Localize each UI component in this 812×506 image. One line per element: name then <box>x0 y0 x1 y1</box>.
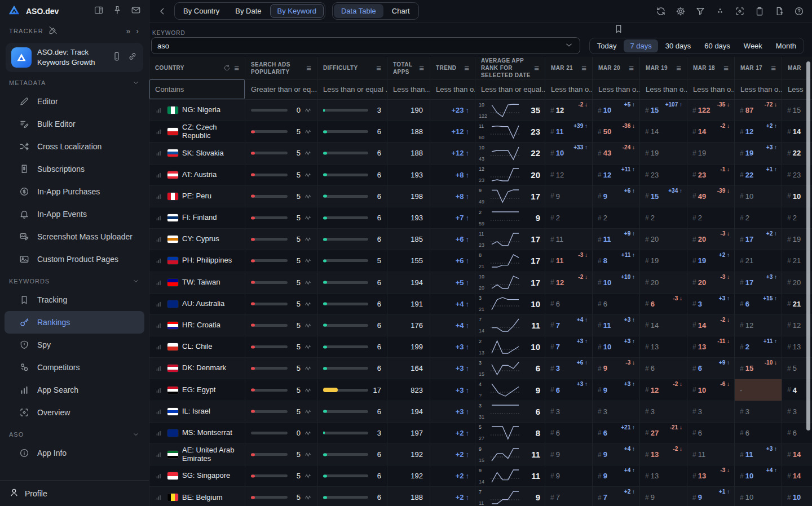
filter-popularity[interactable]: Greater than or eq... <box>245 79 317 99</box>
table-row[interactable]: AE: United Arab Emirates56192+2↑91511#9#… <box>149 444 812 465</box>
section-header-keywords[interactable]: KEYWORDS <box>0 270 149 288</box>
refresh-button[interactable] <box>656 6 666 16</box>
sidebar-item-in-app-events[interactable]: In-App Events <box>5 203 144 225</box>
column-header-mar19[interactable]: MAR 19≡ <box>640 57 687 79</box>
table-row[interactable]: IL: Israel56194+3↑3316#3#3#3#3#3#3 <box>149 401 812 423</box>
table-row[interactable]: DK: Denmark56164+3↑3156#3+6 ↑#9-3 ↓#6#6+… <box>149 358 812 379</box>
tab-by-date[interactable]: By Date <box>228 4 268 18</box>
filter-button[interactable] <box>695 6 705 16</box>
column-header-mar20[interactable]: MAR 20≡ <box>593 57 640 79</box>
filter-mar20[interactable]: Less than o... <box>593 79 640 99</box>
range-7-days[interactable]: 7 days <box>624 39 657 52</box>
table-row[interactable]: TW: Taiwan56194+5↑102017#12-2 ↓#10+10 ↑#… <box>149 272 812 294</box>
tab-data-table[interactable]: Data Table <box>334 4 383 18</box>
table-row[interactable]: SG: Singapore56192+2↑91411#9#9+4 ↑#13#13… <box>149 465 812 487</box>
sidebar-item-subscriptions[interactable]: Subscriptions <box>5 158 144 180</box>
sidebar-item-in-app-purchases[interactable]: In-App Purchases <box>5 180 144 203</box>
filter-trend[interactable]: Less than o... <box>430 79 475 99</box>
profile-button[interactable]: Profile <box>0 480 149 506</box>
table-row[interactable]: PH: Philippines55155+6↑82117#11-3 ↓#8+11… <box>149 250 812 272</box>
range-week[interactable]: Week <box>738 39 769 52</box>
tab-by-keyword[interactable]: By Keyword <box>270 4 324 18</box>
sidebar-item-tracking[interactable]: Tracking <box>5 288 144 311</box>
column-menu-icon[interactable]: ≡ <box>419 64 424 72</box>
table-row[interactable]: AU: Australia56191+4↑32110#6#6#6-3 ↓#3+3… <box>149 294 812 315</box>
sidebar-item-screenshot-mass-uploader[interactable]: Screenshot Mass Uploader <box>5 225 144 248</box>
column-header-difficulty[interactable]: DIFFICULTY≡ <box>317 57 387 79</box>
table-row[interactable]: PE: Peru56198+8↑94917#9#9+6 ↑#15+34 ↑#49… <box>149 186 812 207</box>
column-header-mar21[interactable]: MAR 21≡ <box>545 57 593 79</box>
column-header-avg_rank[interactable]: AVERAGE APP RANK FOR SELECTED DATE≡ <box>475 57 545 79</box>
tracked-app-card[interactable]: ASO.dev: Track Keywords Growth <box>6 43 143 72</box>
sidebar-item-app-search[interactable]: App Search <box>5 379 144 401</box>
sidebar-item-bulk-editor[interactable]: Bulk Editor <box>5 113 144 135</box>
column-menu-icon[interactable]: ≡ <box>306 64 311 72</box>
column-header-country[interactable]: COUNTRY≡ <box>149 57 245 79</box>
table-row[interactable]: CL: Chile56199+3↑21310#7+3 ↑#10+3 ↑#13#1… <box>149 336 812 358</box>
column-menu-icon[interactable]: ≡ <box>464 64 469 72</box>
collapse-all-icon[interactable]: » <box>126 26 132 35</box>
mail-icon[interactable] <box>131 5 141 17</box>
document-add-button[interactable] <box>774 6 784 16</box>
scan-button[interactable] <box>735 6 745 16</box>
filter-difficulty[interactable]: Less than or equal ... <box>317 79 387 99</box>
vertical-scrollbar[interactable] <box>806 61 810 430</box>
link-icon[interactable] <box>127 51 138 64</box>
filter-country[interactable]: Contains <box>149 79 245 99</box>
cluster-button[interactable] <box>715 6 725 16</box>
filter-mar18[interactable]: Less than o... <box>687 79 735 99</box>
column-header-mar18[interactable]: MAR 18≡ <box>687 57 735 79</box>
sidebar-item-custom-product-pages[interactable]: Custom Product Pages <box>5 248 144 270</box>
range-60-days[interactable]: 60 days <box>698 39 736 52</box>
column-header-mar17[interactable]: MAR 17≡ <box>735 57 782 79</box>
sidebar-item-competitors[interactable]: Competitors <box>5 356 144 379</box>
range-30-days[interactable]: 30 days <box>659 39 698 52</box>
device-phone-icon[interactable] <box>112 51 122 64</box>
range-month[interactable]: Month <box>770 39 802 52</box>
help-button[interactable] <box>794 6 804 16</box>
table-row[interactable]: EG: Egypt517823+3↑4?9#6+3 ↑#9+3 ↑#12-2 ↓… <box>149 379 812 401</box>
section-header-metadata[interactable]: METADATA <box>0 73 149 90</box>
sidebar-item-cross-localization[interactable]: Cross Localization <box>5 135 144 158</box>
back-button[interactable] <box>157 6 167 16</box>
table-row[interactable]: BE: Belgium56188+2↑7119#7#7+2 ↑#9#9+1 ↑#… <box>149 487 812 506</box>
filter-total_apps[interactable]: Less than... <box>387 79 430 99</box>
column-menu-icon[interactable]: ≡ <box>676 64 681 72</box>
tab-by-country[interactable]: By Country <box>176 4 227 18</box>
filter-mar19[interactable]: Less than o... <box>640 79 687 99</box>
table-row[interactable]: HR: Croatia56176+4↑71411#7+4 ↑#11+3 ↑#14… <box>149 315 812 336</box>
sidebar-item-editor[interactable]: Editor <box>5 90 144 113</box>
panel-toggle-icon[interactable] <box>94 5 104 17</box>
column-menu-icon[interactable]: ≡ <box>534 64 539 72</box>
column-menu-icon[interactable]: ≡ <box>234 64 239 72</box>
range-today[interactable]: Today <box>591 39 623 52</box>
column-menu-icon[interactable]: ≡ <box>376 64 381 72</box>
filter-mar17[interactable]: Less than o... <box>735 79 782 99</box>
keyword-select[interactable]: aso <box>151 37 580 54</box>
filter-mar21[interactable]: Less than o... <box>545 79 593 99</box>
settings-button[interactable] <box>676 6 686 16</box>
sidebar-item-spy[interactable]: Spy <box>5 334 144 356</box>
column-header-popularity[interactable]: SEARCH ADS POPULARITY≡ <box>245 57 317 79</box>
table-row[interactable]: CZ: Czech Republic56188+12↑116023#11+39 … <box>149 121 812 143</box>
clipboard-button[interactable] <box>754 6 765 16</box>
sidebar-item-overview[interactable]: Overview <box>5 401 144 424</box>
filter-avg_rank[interactable]: Less than or equal... <box>475 79 545 99</box>
table-row[interactable]: SK: Slovakia56188+12↑104322#10+33 ↑#43-2… <box>149 143 812 164</box>
column-header-total_apps[interactable]: TOTAL APPS≡ <box>387 57 430 79</box>
column-header-trend[interactable]: TREND≡ <box>430 57 475 79</box>
refresh-column-icon[interactable] <box>223 64 231 72</box>
sidebar-item-rankings[interactable]: Rankings <box>5 311 144 334</box>
table-row[interactable]: FI: Finland56193+7↑2599#2#2#2#2#2#2 <box>149 207 812 229</box>
tab-chart[interactable]: Chart <box>385 4 417 18</box>
table-row[interactable]: CY: Cyprus56185+6↑112317#11#11+9 ↑#20#20… <box>149 229 812 250</box>
column-menu-icon[interactable]: ≡ <box>629 64 634 72</box>
pen-off-icon[interactable] <box>48 25 58 37</box>
pin-icon[interactable] <box>112 5 122 17</box>
table-row[interactable]: NG: Nigeria03190+23↑1012235#12-2 ↓#10+5 … <box>149 100 812 121</box>
column-menu-icon[interactable]: ≡ <box>771 64 776 72</box>
bookmark-keyword-icon[interactable] <box>614 24 624 36</box>
table-row[interactable]: AT: Austria56193+8↑122320#12#12+11 ↑#23#… <box>149 165 812 186</box>
expand-panel-icon[interactable]: › <box>136 26 140 35</box>
section-header-aso[interactable]: ASO <box>0 424 149 442</box>
